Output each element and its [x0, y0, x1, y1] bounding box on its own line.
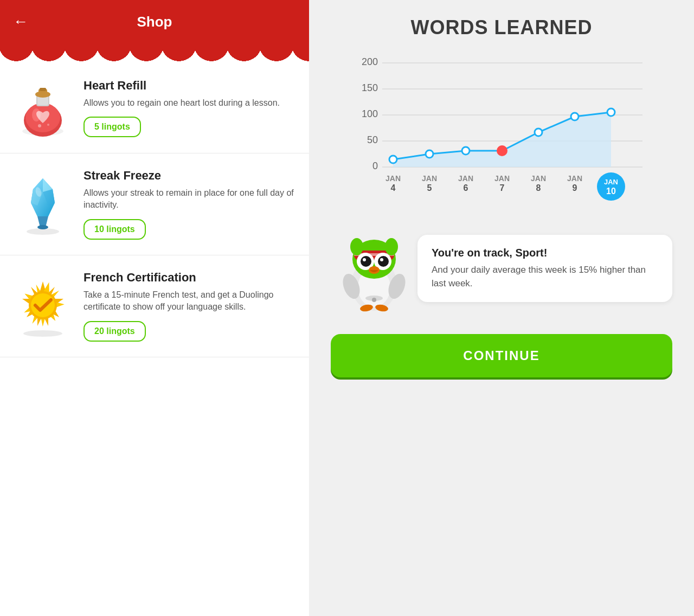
continue-button[interactable]: CONTINUE — [331, 334, 672, 377]
svg-point-20 — [23, 330, 62, 337]
svg-point-77 — [380, 258, 383, 261]
svg-rect-8 — [40, 88, 46, 91]
svg-text:8: 8 — [536, 183, 541, 193]
svg-text:150: 150 — [362, 82, 378, 93]
svg-text:4: 4 — [391, 183, 396, 193]
svg-text:9: 9 — [573, 183, 577, 193]
streak-freeze-desc: Allows your streak to remain in place fo… — [83, 187, 296, 211]
streak-freeze-buy-button[interactable]: 10 lingots — [83, 219, 146, 240]
svg-point-41 — [571, 113, 579, 120]
shop-item-french-cert: French Certification Take a 15-minute Fr… — [0, 255, 309, 357]
shop-items-list: Heart Refill Allows you to regain one he… — [0, 63, 309, 616]
french-cert-desc: Take a 15-minute French test, and get a … — [83, 289, 296, 313]
streak-freeze-icon — [13, 174, 73, 234]
svg-text:JAN: JAN — [494, 174, 510, 183]
owl-figure — [331, 222, 417, 315]
heart-refill-info: Heart Refill Allows you to regain one he… — [83, 79, 296, 137]
svg-text:100: 100 — [362, 108, 378, 119]
chart-container: 200 150 100 50 0 JAN 4 JAN 5 — [331, 52, 672, 206]
shop-header: ← Shop — [0, 0, 309, 43]
svg-text:JAN: JAN — [385, 174, 401, 183]
streak-freeze-info: Streak Freeze Allows your streak to rema… — [83, 169, 296, 240]
scallop-decoration — [0, 43, 309, 63]
svg-point-10 — [47, 124, 49, 126]
back-button[interactable]: ← — [13, 13, 28, 30]
french-cert-icon — [13, 276, 73, 336]
svg-point-76 — [363, 258, 366, 261]
svg-text:JAN: JAN — [458, 174, 473, 183]
heart-refill-name: Heart Refill — [83, 79, 296, 93]
svg-point-61 — [372, 298, 376, 302]
svg-text:200: 200 — [362, 56, 378, 67]
svg-point-38 — [462, 147, 470, 155]
svg-text:JAN: JAN — [422, 174, 437, 183]
svg-point-74 — [361, 256, 371, 267]
heart-refill-buy-button[interactable]: 5 lingots — [83, 117, 141, 137]
svg-text:JAN: JAN — [567, 174, 582, 183]
svg-point-37 — [426, 150, 433, 158]
shop-item-heart-refill: Heart Refill Allows you to regain one he… — [0, 63, 309, 153]
shop-item-streak-freeze: Streak Freeze Allows your streak to rema… — [0, 153, 309, 255]
svg-text:6: 6 — [464, 183, 468, 193]
french-cert-buy-button[interactable]: 20 lingots — [83, 321, 146, 342]
heart-refill-icon — [13, 78, 73, 138]
svg-text:0: 0 — [372, 161, 378, 171]
words-chart: 200 150 100 50 0 JAN 4 JAN 5 — [331, 52, 672, 204]
svg-text:5: 5 — [427, 183, 432, 193]
svg-point-18 — [37, 225, 48, 229]
svg-text:JAN: JAN — [604, 178, 618, 186]
streak-freeze-name: Streak Freeze — [83, 169, 296, 183]
words-learned-panel: WORDS LEARNED 200 150 100 50 0 — [309, 0, 694, 616]
heart-refill-desc: Allows you to regain one heart lost duri… — [83, 97, 296, 109]
svg-point-40 — [535, 129, 542, 136]
svg-point-36 — [389, 156, 397, 163]
svg-point-9 — [38, 124, 41, 127]
svg-point-75 — [378, 256, 389, 267]
message-title: You're on track, Sport! — [432, 247, 658, 259]
svg-point-42 — [607, 108, 615, 116]
shop-title: Shop — [137, 14, 172, 30]
owl-message-row: You're on track, Sport! And your daily a… — [331, 222, 672, 315]
french-cert-info: French Certification Take a 15-minute Fr… — [83, 271, 296, 342]
svg-point-39 — [497, 146, 507, 156]
svg-text:7: 7 — [500, 183, 505, 193]
svg-marker-35 — [393, 112, 611, 167]
svg-text:10: 10 — [606, 187, 616, 196]
shop-panel: ← Shop — [0, 0, 309, 616]
words-learned-title: WORDS LEARNED — [411, 16, 593, 39]
svg-text:50: 50 — [367, 134, 378, 145]
french-cert-name: French Certification — [83, 271, 296, 285]
svg-point-71 — [385, 238, 398, 255]
message-bubble: You're on track, Sport! And your daily a… — [417, 235, 672, 302]
message-text: And your daily average this week is 15% … — [432, 264, 658, 290]
svg-text:JAN: JAN — [531, 174, 546, 183]
svg-point-70 — [350, 238, 363, 255]
